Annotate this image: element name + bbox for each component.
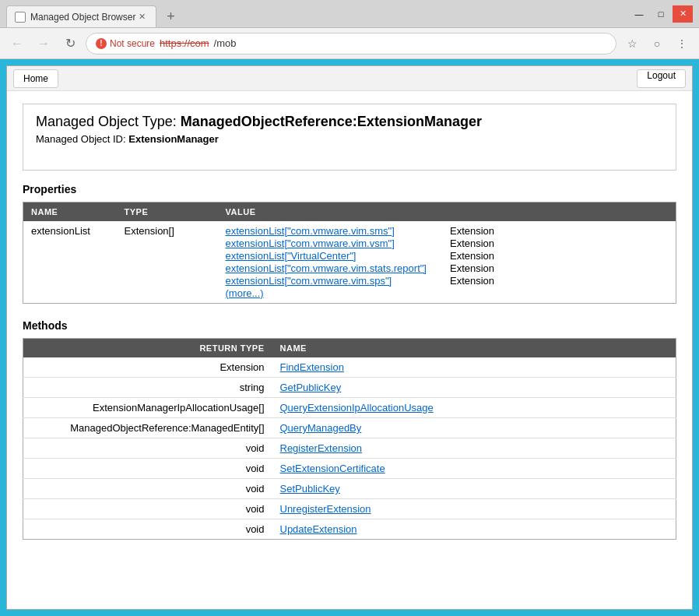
method-link-queryextensionipallocationusage[interactable]: QueryExtensionIpAllocationUsage bbox=[280, 402, 434, 414]
minimize-button[interactable]: — bbox=[629, 5, 649, 23]
url-strikethrough: https://com bbox=[160, 37, 209, 49]
method-name-cell: SetExtensionCertificate bbox=[272, 459, 676, 479]
method-name-cell: SetPublicKey bbox=[272, 479, 676, 499]
maximize-button[interactable]: □ bbox=[651, 5, 671, 23]
methods-title: Methods bbox=[23, 319, 676, 332]
title-bar: Managed Object Browser ✕ + — □ ✕ bbox=[0, 0, 699, 28]
method-return-type: void bbox=[23, 479, 272, 499]
methods-col-name: NAME bbox=[272, 339, 676, 358]
method-return-type: void bbox=[23, 519, 272, 540]
prop-col-name: NAME bbox=[23, 202, 117, 222]
ext-link-vsm[interactable]: extensionList["com.vmware.vim.vsm"] bbox=[226, 238, 427, 249]
ext-link-stats[interactable]: extensionList["com.vmware.vim.stats.repo… bbox=[226, 262, 427, 274]
method-link-getpublickey[interactable]: GetPublicKey bbox=[280, 382, 342, 393]
window-controls: — □ ✕ bbox=[629, 5, 693, 23]
method-return-type: void bbox=[23, 459, 272, 479]
new-tab-button[interactable]: + bbox=[160, 5, 181, 27]
method-link-unregisterextension[interactable]: UnregisterExtension bbox=[280, 503, 371, 515]
methods-col-returntype: RETURN TYPE bbox=[23, 339, 272, 358]
method-row: voidSetExtensionCertificate bbox=[23, 459, 676, 479]
url-bar[interactable]: ! Not secure https://com /mob bbox=[86, 33, 616, 55]
ext-link-more[interactable]: (more...) bbox=[226, 287, 427, 299]
back-button[interactable]: ← bbox=[6, 33, 28, 55]
prop-col-value: VALUE bbox=[218, 202, 676, 222]
method-row: stringGetPublicKey bbox=[23, 378, 676, 398]
method-return-type: ManagedObjectReference:ManagedEntity[] bbox=[23, 418, 272, 438]
method-name-cell: QueryManagedBy bbox=[272, 418, 676, 438]
method-name-cell: UpdateExtension bbox=[272, 519, 676, 540]
method-row: ExtensionFindExtension bbox=[23, 357, 676, 378]
method-row: ExtensionManagerIpAllocationUsage[]Query… bbox=[23, 398, 676, 418]
method-name-cell: GetPublicKey bbox=[272, 378, 676, 398]
properties-header-row: NAME TYPE VALUE bbox=[23, 202, 676, 222]
menu-button[interactable]: ⋮ bbox=[671, 33, 693, 55]
properties-section: Properties NAME TYPE VALUE extensionList bbox=[23, 183, 676, 304]
method-link-updateextension[interactable]: UpdateExtension bbox=[280, 523, 357, 535]
method-return-type: void bbox=[23, 438, 272, 459]
method-name-cell: FindExtension bbox=[272, 357, 676, 378]
method-return-type: ExtensionManagerIpAllocationUsage[] bbox=[23, 398, 272, 418]
method-return-type: void bbox=[23, 499, 272, 519]
method-row: voidUpdateExtension bbox=[23, 519, 676, 540]
page-subtitle: Managed Object ID: ExtensionManager bbox=[36, 133, 663, 145]
prop-col-type: TYPE bbox=[117, 202, 218, 222]
extension-links: extensionList["com.vmware.vim.sms"] exte… bbox=[226, 225, 427, 299]
method-link-querymanagedby[interactable]: QueryManagedBy bbox=[280, 422, 362, 434]
method-row: voidUnregisterExtension bbox=[23, 499, 676, 519]
methods-header-row: RETURN TYPE NAME bbox=[23, 339, 676, 358]
method-row: voidSetPublicKey bbox=[23, 479, 676, 499]
method-link-registerextension[interactable]: RegisterExtension bbox=[280, 442, 363, 454]
method-name-cell: UnregisterExtension bbox=[272, 499, 676, 519]
method-return-type: Extension bbox=[23, 357, 272, 378]
ext-link-sms[interactable]: extensionList["com.vmware.vim.sms"] bbox=[226, 225, 427, 237]
methods-table: RETURN TYPE NAME ExtensionFindExtensions… bbox=[23, 338, 676, 540]
address-bar: ← → ↻ ! Not secure https://com /mob ☆ ○ … bbox=[0, 28, 699, 59]
extension-types: Extension Extension Extension Extension … bbox=[450, 225, 494, 299]
not-secure-label: Not secure bbox=[110, 38, 155, 49]
browser-window: Managed Object Browser ✕ + — □ ✕ ← → ↻ bbox=[0, 0, 699, 616]
close-button[interactable]: ✕ bbox=[673, 5, 693, 23]
address-actions: ☆ ○ ⋮ bbox=[621, 33, 693, 55]
refresh-button[interactable]: ↻ bbox=[59, 33, 81, 55]
method-row: ManagedObjectReference:ManagedEntity[]Qu… bbox=[23, 418, 676, 438]
active-tab[interactable]: Managed Object Browser ✕ bbox=[6, 5, 156, 27]
home-button[interactable]: Home bbox=[13, 69, 58, 88]
method-link-setextensioncertificate[interactable]: SetExtensionCertificate bbox=[280, 463, 385, 474]
prop-value-cell: extensionList["com.vmware.vim.sms"] exte… bbox=[218, 221, 676, 304]
method-link-setpublickey[interactable]: SetPublicKey bbox=[280, 483, 340, 495]
account-button[interactable]: ○ bbox=[646, 33, 668, 55]
ext-link-virtualcenter[interactable]: extensionList["VirtualCenter"] bbox=[226, 250, 427, 262]
prop-row-extensionlist: extensionList Extension[] extensionList[… bbox=[23, 221, 676, 304]
ext-link-sps[interactable]: extensionList["com.vmware.vim.sps"] bbox=[226, 275, 427, 287]
security-warning: ! Not secure bbox=[96, 38, 155, 49]
warning-icon: ! bbox=[96, 38, 107, 49]
properties-table: NAME TYPE VALUE extensionList Extension[… bbox=[23, 202, 676, 304]
nav-bar: Home Logout bbox=[7, 66, 692, 91]
method-link-findextension[interactable]: FindExtension bbox=[280, 361, 344, 373]
method-return-type: string bbox=[23, 378, 272, 398]
tab-area: Managed Object Browser ✕ + bbox=[6, 0, 629, 27]
methods-section: Methods RETURN TYPE NAME ExtensionFindEx… bbox=[23, 319, 676, 540]
tab-close-button[interactable]: ✕ bbox=[135, 11, 148, 23]
page-header: Managed Object Type: ManagedObjectRefere… bbox=[23, 104, 676, 171]
prop-name-cell: extensionList bbox=[23, 221, 117, 304]
url-path: /mob bbox=[214, 37, 237, 49]
logout-button[interactable]: Logout bbox=[637, 69, 686, 88]
method-row: voidRegisterExtension bbox=[23, 438, 676, 459]
forward-button[interactable]: → bbox=[33, 33, 54, 55]
page-content: Managed Object Type: ManagedObjectRefere… bbox=[7, 91, 692, 609]
tab-title: Managed Object Browser bbox=[30, 12, 135, 23]
method-name-cell: RegisterExtension bbox=[272, 438, 676, 459]
bookmark-star-button[interactable]: ☆ bbox=[621, 33, 643, 55]
prop-type-cell: Extension[] bbox=[117, 221, 218, 304]
method-name-cell: QueryExtensionIpAllocationUsage bbox=[272, 398, 676, 418]
properties-title: Properties bbox=[23, 183, 676, 195]
tab-favicon bbox=[15, 12, 26, 23]
page-title: Managed Object Type: ManagedObjectRefere… bbox=[36, 114, 663, 130]
